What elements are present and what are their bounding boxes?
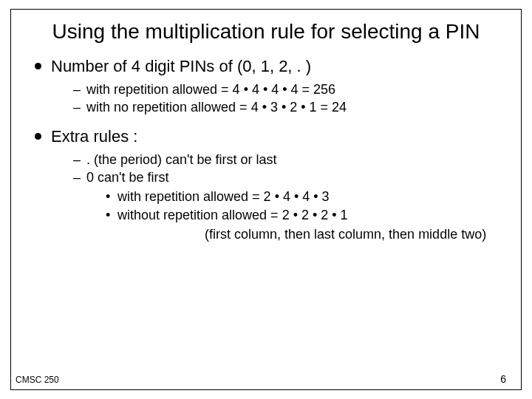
sub-text: . (the period) can't be first or last [86,152,277,167]
subsub-list: with repetition allowed = 2 • 4 • 4 • 3 … [86,188,500,224]
sub-list: with repetition allowed = 4 • 4 • 4 • 4 … [51,81,500,117]
sub-list: . (the period) can't be first or last 0 … [51,151,500,243]
slide-frame: Using the multiplication rule for select… [10,9,522,390]
bullet-list: Number of 4 digit PINs of (0, 1, 2, . ) … [32,57,500,243]
bullet-text: Extra rules : [51,127,137,146]
sub-item: . (the period) can't be first or last [73,151,500,168]
sub-text: 0 can't be first [86,170,169,185]
sub-item: with no repetition allowed = 4 • 3 • 2 •… [73,98,500,116]
slide: Using the multiplication rule for select… [0,0,532,399]
subsub-text: with repetition allowed = 2 • 4 • 4 • 3 [117,189,330,204]
sub-text: with no repetition allowed = 4 • 3 • 2 •… [86,100,347,115]
sub-item: with repetition allowed = 4 • 4 • 4 • 4 … [73,81,500,98]
bullet-item: Extra rules : . (the period) can't be fi… [32,127,500,243]
note-text: (first column, then last column, then mi… [86,225,500,243]
sub-text: with repetition allowed = 4 • 4 • 4 • 4 … [86,82,335,97]
subsub-item: with repetition allowed = 2 • 4 • 4 • 3 [106,188,500,205]
footer-course: CMSC 250 [16,375,59,385]
subsub-item: without repetition allowed = 2 • 2 • 2 •… [106,206,500,224]
slide-title: Using the multiplication rule for select… [32,20,500,44]
footer-page-number: 6 [500,373,506,385]
bullet-item: Number of 4 digit PINs of (0, 1, 2, . ) … [32,57,500,117]
sub-item: 0 can't be first with repetition allowed… [73,168,500,243]
subsub-text: without repetition allowed = 2 • 2 • 2 •… [117,208,348,222]
bullet-text: Number of 4 digit PINs of (0, 1, 2, . ) [51,57,311,75]
